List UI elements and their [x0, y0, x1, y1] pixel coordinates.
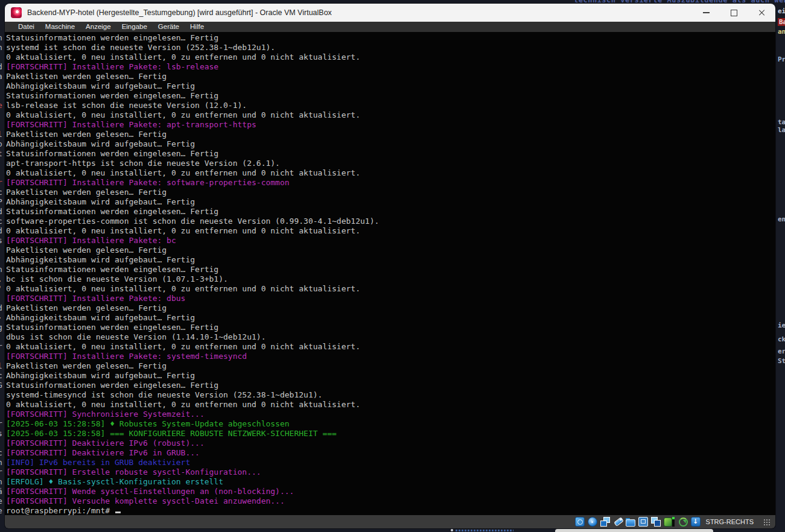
menu-item-maschine[interactable]: Maschine — [40, 22, 80, 32]
terminal-line: systemd-timesyncd ist schon die neueste … — [6, 390, 775, 400]
terminal-line: Abhängigkeitsbaum wird aufgebaut… Fertig — [6, 371, 775, 381]
terminal-line: Abhängigkeitsbaum wird aufgebaut… Fertig — [6, 197, 775, 207]
maximize-button[interactable] — [720, 4, 748, 22]
menubar: DateiMaschineAnzeigeEingabeGeräteHilfe — [5, 22, 775, 32]
background-text-fragment: tal — [778, 118, 785, 126]
background-letter-fragment: P — [0, 197, 5, 207]
vm-terminal-output[interactable]: Statusinformationen werden eingelesen… F… — [5, 32, 775, 515]
terminal-line: [FORTSCHRITT] Deaktiviere IPv6 in GRUB..… — [6, 448, 775, 458]
background-window-edge — [555, 529, 713, 532]
background-letter-fragment: n — [0, 265, 5, 274]
host-key-label: STRG-RECHTS — [706, 518, 754, 525]
terminal-line: Paketlisten werden gelesen… Fertig — [6, 361, 775, 371]
terminal-line: [FORTSCHRITT] Installiere Pakete: dbus — [6, 294, 775, 303]
background-letter-fragment: r — [0, 342, 5, 352]
display-icon[interactable] — [638, 517, 648, 527]
terminal-line: 0 aktualisiert, 0 neu installiert, 0 zu … — [6, 226, 775, 236]
window-title: Backend-MYP-hotel (Hergestellte_Testumge… — [27, 8, 692, 17]
terminal-line: [FORTSCHRITT] Erstelle robuste sysctl-Ko… — [6, 467, 775, 477]
status-icons — [575, 517, 701, 527]
shared-folders-icon[interactable] — [626, 518, 635, 527]
background-text-fragment: er — [778, 347, 785, 355]
optical-drives-icon[interactable] — [588, 517, 597, 527]
resize-grip[interactable] — [763, 518, 771, 526]
terminal-line: Statusinformationen werden eingelesen… F… — [6, 265, 775, 274]
background-letter-fragment: n — [0, 33, 5, 43]
terminal-line: Statusinformationen werden eingelesen… F… — [6, 33, 775, 43]
terminal-line: apt-transport-https ist schon die neuest… — [6, 159, 775, 168]
terminal-line: [FORTSCHRITT] Deaktiviere IPv6 (robust).… — [6, 439, 775, 448]
background-text-fragment: an — [778, 28, 785, 36]
terminal-line: software-properties-common ist schon die… — [6, 217, 775, 226]
terminal-line: Abhängigkeitsbaum wird aufgebaut… Fertig — [6, 313, 775, 323]
close-button[interactable] — [748, 4, 775, 22]
terminal-line: 0 aktualisiert, 0 neu installiert, 0 zu … — [6, 284, 775, 294]
menu-item-datei[interactable]: Datei — [13, 22, 40, 32]
terminal-line: Statusinformationen werden eingelesen… F… — [6, 91, 775, 101]
background-letter-fragment: s — [0, 236, 5, 245]
terminal-line: [FORTSCHRITT] Installiere Pakete: lsb-re… — [6, 62, 775, 72]
background-letter-fragment: c — [0, 217, 5, 226]
background-letter-fragment: c — [0, 448, 5, 458]
terminal-line: Abhängigkeitsbaum wird aufgebaut… Fertig — [6, 139, 775, 149]
background-letter-fragment: G — [0, 381, 5, 390]
background-letter-fragment: · — [0, 313, 5, 323]
terminal-line: Statusinformationen werden eingelesen… F… — [6, 381, 775, 390]
recording-icon[interactable] — [651, 517, 661, 527]
terminal-line: [FORTSCHRITT] Installiere Pakete: softwa… — [6, 178, 775, 188]
background-letter-fragment: e — [0, 101, 5, 110]
terminal-line: [FORTSCHRITT] Installiere Pakete: apt-tr… — [6, 120, 775, 130]
mouse-integration-icon[interactable] — [691, 517, 701, 527]
background-letter-fragment: h — [0, 458, 5, 467]
background-letter-fragment: s — [0, 429, 5, 439]
background-text-fragment: iez — [778, 321, 785, 329]
background-letter-fragment: d — [0, 303, 5, 313]
maximize-icon — [731, 10, 737, 16]
menu-item-eingabe[interactable]: Eingabe — [116, 22, 153, 32]
background-letter-fragment: r — [0, 178, 5, 188]
background-letter-fragment: r — [0, 467, 5, 477]
terminal-line: [2025-06-03 15:28:58] ♦ Robustes System-… — [6, 419, 775, 429]
terminal-line: root@raspberrypi:/mnt# — [6, 506, 775, 515]
background-letter-fragment: c — [0, 371, 5, 381]
network-adapters-icon[interactable] — [600, 517, 610, 527]
terminal-line: 0 aktualisiert, 0 neu installiert, 0 zu … — [6, 168, 775, 178]
background-letter-fragment: l — [0, 361, 5, 371]
background-letter-fragment: a — [0, 72, 5, 81]
clipboard-sync-icon[interactable] — [679, 518, 688, 527]
background-letter-fragment: n — [0, 477, 5, 487]
background-letter-fragment: d — [0, 226, 5, 236]
menu-item-anzeige[interactable]: Anzeige — [80, 22, 116, 32]
titlebar[interactable]: Backend-MYP-hotel (Hergestellte_Testumge… — [5, 4, 775, 22]
terminal-line: 0 aktualisiert, 0 neu installiert, 0 zu … — [6, 52, 775, 62]
terminal-line: Paketlisten werden gelesen… Fertig — [6, 130, 775, 139]
terminal-line: [2025-06-03 15:28:58] === KONFIGURIERE R… — [6, 429, 775, 439]
terminal-line: lsb-release ist schon die neueste Versio… — [6, 101, 775, 110]
terminal-line: systemd ist schon die neueste Version (2… — [6, 43, 775, 52]
virtualization-icon[interactable] — [664, 517, 676, 527]
background-letter-fragment: l — [0, 130, 5, 139]
terminal-line: 0 aktualisiert, 0 neu installiert, 0 zu … — [6, 110, 775, 120]
terminal-line: [FORTSCHRITT] Installiere Pakete: system… — [6, 352, 775, 361]
terminal-line: Paketlisten werden gelesen… Fertig — [6, 188, 775, 197]
terminal-line: Paketlisten werden gelesen… Fertig — [6, 245, 775, 255]
terminal-line: Statusinformationen werden eingelesen… F… — [6, 323, 775, 332]
usb-devices-icon[interactable] — [613, 517, 623, 527]
terminal-line: bc ist schon die neueste Version (1.07.1… — [6, 274, 775, 284]
minimize-icon — [703, 12, 710, 13]
background-letter-fragment: ' — [0, 284, 5, 294]
virtualbox-window: Backend-MYP-hotel (Hergestellte_Testumge… — [5, 4, 775, 528]
background-text-fragment: Ba — [778, 18, 785, 26]
virtualbox-logo-icon — [11, 7, 22, 18]
terminal-line: 0 aktualisiert, 0 neu installiert, 0 zu … — [6, 400, 775, 410]
background-text-fragment: Pr — [778, 55, 785, 63]
statusbar: STRG-RECHTS — [5, 515, 775, 528]
background-text-fragment: St — [778, 357, 785, 365]
minimize-button[interactable] — [692, 4, 720, 22]
hard-disks-icon[interactable] — [575, 517, 585, 527]
menu-item-hilfe[interactable]: Hilfe — [185, 22, 209, 32]
terminal-line: [INFO] IPv6 bereits in GRUB deaktiviert — [6, 458, 775, 467]
terminal-line: Abhängigkeitsbaum wird aufgebaut… Fertig — [6, 81, 775, 91]
terminal-line: Paketlisten werden gelesen… Fertig — [6, 303, 775, 313]
menu-item-gerte[interactable]: Geräte — [153, 22, 185, 32]
